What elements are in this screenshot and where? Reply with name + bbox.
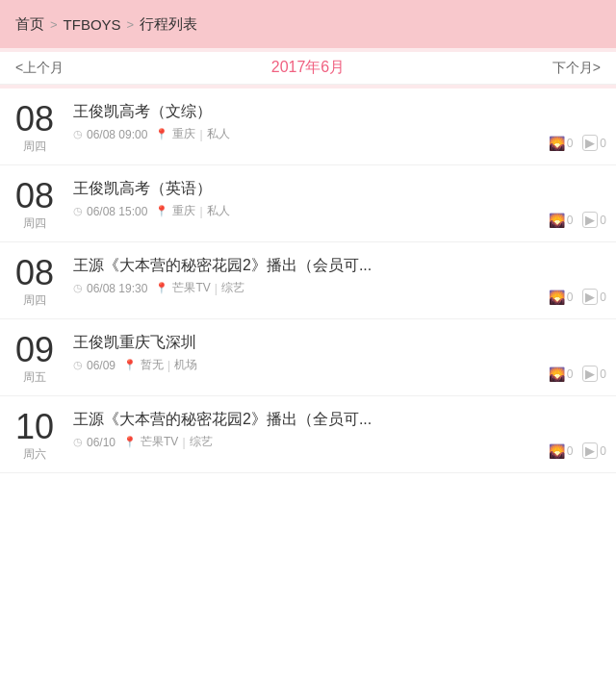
separator: | [215,282,218,295]
location-icon: 📍 [155,282,168,294]
item-location: 重庆 [172,203,195,219]
schedule-item[interactable]: 10 周六 王源《大本营的秘密花园2》播出（全员可... ◷ 06/10 📍 芒… [0,396,616,473]
item-title: 王俊凯高考（文综） [73,102,541,122]
date-weekday: 周六 [23,446,46,463]
item-actions: 🌄 0 ▶ 0 [549,406,616,463]
breadcrumb-section[interactable]: TFBOYS [64,16,121,33]
video-count: 0 [600,444,606,458]
item-time: 06/10 [87,436,116,449]
breadcrumb-home[interactable]: 首页 [15,15,44,34]
clock-icon: ◷ [73,436,83,448]
clock-icon: ◷ [73,282,83,294]
breadcrumb: 首页 > TFBOYS > 行程列表 [0,0,616,48]
video-icon: ▶ [582,135,598,151]
current-month-label: 2017年6月 [271,58,346,78]
item-category: 私人 [207,126,230,142]
item-content: 王源《大本营的秘密花园2》播出（全员可... ◷ 06/10 📍 芒果TV | … [69,406,549,463]
item-location: 暂无 [141,357,164,373]
date-day: 09 [15,333,54,367]
item-time: 06/08 19:30 [87,282,147,295]
breadcrumb-chevron2: > [127,17,135,32]
video-count-btn[interactable]: ▶ 0 [582,135,606,151]
item-title: 王俊凯高考（英语） [73,179,541,199]
clock-icon: ◷ [73,205,83,217]
schedule-item[interactable]: 08 周四 王俊凯高考（英语） ◷ 06/08 15:00 📍 重庆 | 私人 … [0,165,616,242]
photo-count: 0 [567,214,574,227]
date-col: 08 周四 [0,175,69,232]
prev-month-button[interactable]: <上个月 [15,60,64,77]
video-count-btn[interactable]: ▶ 0 [582,442,606,459]
schedule-item[interactable]: 09 周五 王俊凯重庆飞深圳 ◷ 06/09 📍 暂无 | 机场 🌄 0 [0,319,616,396]
item-content: 王俊凯高考（英语） ◷ 06/08 15:00 📍 重庆 | 私人 [69,175,549,232]
image-icon: 🌄 [549,213,565,228]
separator: | [199,128,202,141]
item-actions: 🌄 0 ▶ 0 [549,329,616,386]
item-title: 王俊凯重庆飞深圳 [73,333,541,353]
item-time: 06/09 [87,359,116,372]
item-meta: ◷ 06/10 📍 芒果TV | 综艺 [73,434,541,450]
video-icon: ▶ [582,366,598,382]
video-count-btn[interactable]: ▶ 0 [582,289,606,305]
location-icon: 📍 [155,128,168,140]
date-day: 08 [15,179,54,214]
item-meta: ◷ 06/09 📍 暂无 | 机场 [73,357,541,373]
video-count: 0 [600,290,606,304]
photo-count-btn[interactable]: 🌄 0 [549,443,574,459]
item-content: 王俊凯高考（文综） ◷ 06/08 09:00 📍 重庆 | 私人 [69,98,549,155]
date-weekday: 周四 [23,215,46,232]
item-meta: ◷ 06/08 15:00 📍 重庆 | 私人 [73,203,541,219]
date-col: 08 周四 [0,98,69,155]
item-location: 芒果TV [172,280,210,296]
item-category: 机场 [174,357,197,373]
photo-count: 0 [567,137,574,150]
month-nav: <上个月 2017年6月 下个月> [0,52,616,85]
breadcrumb-page: 行程列表 [140,15,197,34]
date-day: 08 [15,102,54,137]
item-category: 综艺 [221,280,244,296]
item-title: 王源《大本营的秘密花园2》播出（全员可... [73,410,541,430]
date-col: 09 周五 [0,329,69,386]
video-icon: ▶ [582,442,598,459]
item-time: 06/08 15:00 [87,205,147,218]
date-day: 08 [15,256,54,290]
next-month-button[interactable]: 下个月> [552,60,601,77]
image-icon: 🌄 [549,443,565,459]
video-count-btn[interactable]: ▶ 0 [582,366,606,382]
separator: | [182,436,185,449]
item-actions: 🌄 0 ▶ 0 [549,98,616,155]
photo-count-btn[interactable]: 🌄 0 [549,213,574,228]
item-content: 王俊凯重庆飞深圳 ◷ 06/09 📍 暂无 | 机场 [69,329,549,386]
photo-count-btn[interactable]: 🌄 0 [549,136,574,151]
item-actions: 🌄 0 ▶ 0 [549,252,616,309]
breadcrumb-chevron1: > [50,17,58,32]
item-title: 王源《大本营的秘密花园2》播出（会员可... [73,256,541,276]
schedule-item[interactable]: 08 周四 王俊凯高考（文综） ◷ 06/08 09:00 📍 重庆 | 私人 … [0,88,616,165]
date-col: 08 周四 [0,252,69,309]
video-count-btn[interactable]: ▶ 0 [582,212,606,228]
item-actions: 🌄 0 ▶ 0 [549,175,616,232]
photo-count-btn[interactable]: 🌄 0 [549,290,574,305]
separator: | [199,205,202,218]
video-count: 0 [600,367,606,381]
schedule-item[interactable]: 08 周四 王源《大本营的秘密花园2》播出（会员可... ◷ 06/08 19:… [0,242,616,319]
date-col: 10 周六 [0,406,69,463]
date-weekday: 周四 [23,139,46,155]
photo-count-btn[interactable]: 🌄 0 [549,366,574,382]
clock-icon: ◷ [73,128,83,140]
video-icon: ▶ [582,289,598,305]
item-meta: ◷ 06/08 09:00 📍 重庆 | 私人 [73,126,541,142]
photo-count: 0 [567,367,574,381]
schedule-list: 08 周四 王俊凯高考（文综） ◷ 06/08 09:00 📍 重庆 | 私人 … [0,88,616,473]
item-meta: ◷ 06/08 19:30 📍 芒果TV | 综艺 [73,280,541,296]
location-icon: 📍 [155,205,168,217]
image-icon: 🌄 [549,136,565,151]
month-nav-wrap: <上个月 2017年6月 下个月> [0,48,616,88]
location-icon: 📍 [123,359,137,371]
location-icon: 📍 [123,436,137,448]
date-day: 10 [15,410,54,444]
clock-icon: ◷ [73,359,83,371]
item-category: 综艺 [190,434,213,450]
item-time: 06/08 09:00 [87,128,147,141]
date-weekday: 周四 [23,292,46,309]
separator: | [167,359,170,372]
